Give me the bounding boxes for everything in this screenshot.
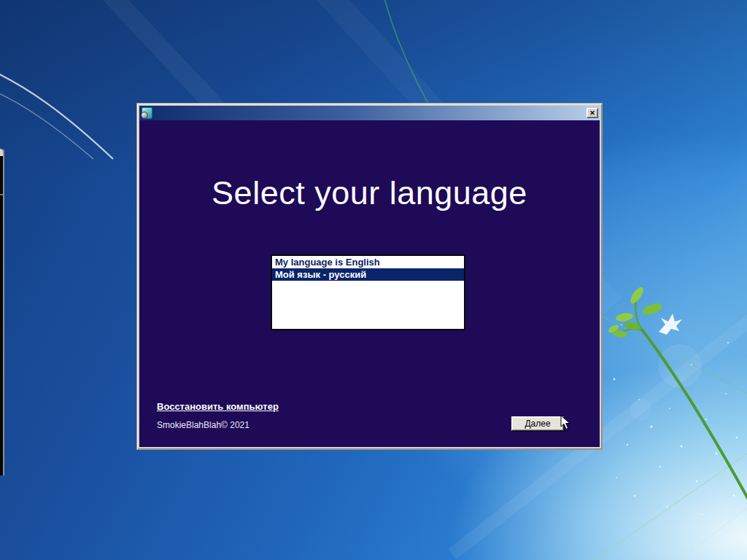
mouse-cursor-icon <box>560 415 573 431</box>
copyright-text: SmokieBlahBlah© 2021 <box>157 420 249 430</box>
partial-window-edge[interactable] <box>0 149 4 475</box>
installer-window: ✕ Select your language My language is En… <box>136 103 603 450</box>
next-button[interactable]: Далее <box>511 416 564 431</box>
wallpaper-branch <box>607 285 747 525</box>
setup-icon <box>142 107 152 119</box>
desktop-background: ✕ Select your language My language is En… <box>0 0 747 560</box>
list-item-russian[interactable]: Мой язык - русский <box>272 268 464 281</box>
recover-computer-link[interactable]: Восстановить компьютер <box>157 401 279 412</box>
wallpaper-bird-icon <box>659 314 682 335</box>
title-bar[interactable]: ✕ <box>139 106 600 120</box>
page-title: Select your language <box>139 174 600 212</box>
wallpaper-sparkles <box>614 324 738 515</box>
language-listbox[interactable]: My language is English Мой язык - русски… <box>271 254 465 330</box>
list-item-english[interactable]: My language is English <box>272 256 464 268</box>
wallpaper-white-arc <box>0 69 113 159</box>
close-button[interactable]: ✕ <box>587 108 598 118</box>
window-body: Select your language My language is Engl… <box>139 120 600 447</box>
